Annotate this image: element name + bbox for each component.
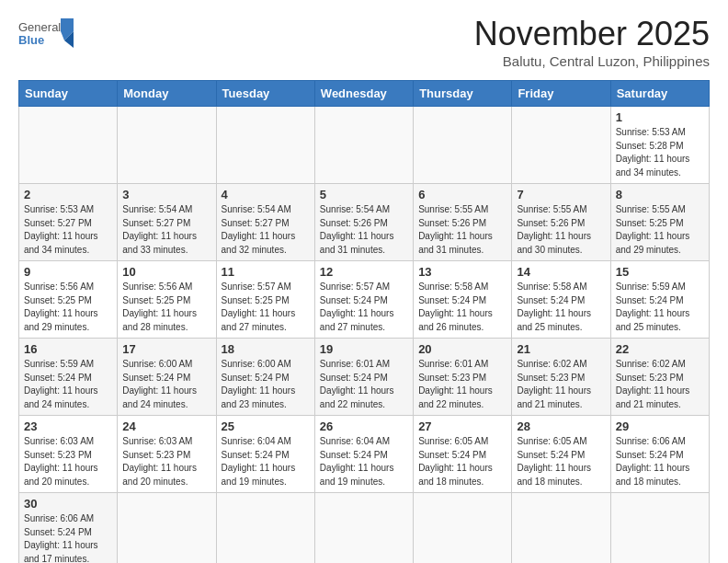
day-info: Sunrise: 6:03 AM Sunset: 5:23 PM Dayligh…	[24, 435, 112, 488]
calendar-cell: 6Sunrise: 5:55 AM Sunset: 5:26 PM Daylig…	[414, 184, 512, 261]
day-number: 2	[24, 188, 112, 201]
calendar-cell: 4Sunrise: 5:54 AM Sunset: 5:27 PM Daylig…	[216, 184, 314, 261]
calendar-week-row: 1Sunrise: 5:53 AM Sunset: 5:28 PM Daylig…	[19, 107, 710, 184]
weekday-header: Sunday	[19, 81, 118, 107]
day-number: 28	[517, 419, 605, 433]
day-number: 21	[517, 342, 605, 356]
calendar-cell: 22Sunrise: 6:02 AM Sunset: 5:23 PM Dayli…	[610, 339, 709, 416]
day-number: 8	[616, 188, 704, 201]
day-info: Sunrise: 5:55 AM Sunset: 5:25 PM Dayligh…	[616, 203, 704, 257]
calendar-cell: 14Sunrise: 5:58 AM Sunset: 5:24 PM Dayli…	[512, 261, 610, 339]
day-number: 10	[122, 265, 210, 279]
calendar-cell: 17Sunrise: 6:00 AM Sunset: 5:24 PM Dayli…	[118, 339, 216, 416]
day-info: Sunrise: 6:01 AM Sunset: 5:24 PM Dayligh…	[320, 358, 408, 411]
calendar-cell	[118, 107, 216, 184]
day-info: Sunrise: 5:56 AM Sunset: 5:25 PM Dayligh…	[122, 281, 210, 334]
day-info: Sunrise: 5:57 AM Sunset: 5:24 PM Dayligh…	[320, 281, 408, 334]
calendar-week-row: 30Sunrise: 6:06 AM Sunset: 5:24 PM Dayli…	[19, 493, 710, 564]
day-info: Sunrise: 6:05 AM Sunset: 5:24 PM Dayligh…	[517, 435, 605, 488]
day-info: Sunrise: 6:01 AM Sunset: 5:23 PM Dayligh…	[418, 358, 506, 411]
logo: General Blue	[18, 15, 74, 55]
day-number: 17	[122, 342, 210, 356]
day-number: 12	[320, 265, 408, 279]
calendar-header: SundayMondayTuesdayWednesdayThursdayFrid…	[19, 81, 710, 107]
calendar-cell: 25Sunrise: 6:04 AM Sunset: 5:24 PM Dayli…	[216, 416, 314, 493]
month-title: November 2025	[474, 15, 710, 53]
day-info: Sunrise: 6:06 AM Sunset: 5:24 PM Dayligh…	[616, 435, 704, 488]
day-number: 30	[24, 497, 112, 511]
day-number: 29	[616, 419, 704, 433]
day-number: 24	[122, 419, 210, 433]
day-number: 26	[320, 419, 408, 433]
calendar-cell: 11Sunrise: 5:57 AM Sunset: 5:25 PM Dayli…	[216, 261, 314, 339]
calendar-cell: 15Sunrise: 5:59 AM Sunset: 5:24 PM Dayli…	[610, 261, 709, 339]
calendar-body: 1Sunrise: 5:53 AM Sunset: 5:28 PM Daylig…	[19, 107, 710, 564]
calendar-cell: 26Sunrise: 6:04 AM Sunset: 5:24 PM Dayli…	[314, 416, 413, 493]
calendar-cell: 10Sunrise: 5:56 AM Sunset: 5:25 PM Dayli…	[118, 261, 216, 339]
day-info: Sunrise: 6:03 AM Sunset: 5:23 PM Dayligh…	[122, 435, 210, 488]
weekday-header: Friday	[512, 81, 610, 107]
logo-svg: General Blue	[18, 15, 74, 55]
day-number: 13	[418, 265, 506, 279]
day-number: 16	[24, 342, 112, 356]
calendar-cell	[512, 107, 610, 184]
page: General Blue November 2025 Balutu, Centr…	[0, 0, 728, 563]
weekday-header: Tuesday	[216, 81, 314, 107]
day-info: Sunrise: 5:54 AM Sunset: 5:27 PM Dayligh…	[122, 203, 210, 257]
day-number: 11	[222, 265, 310, 279]
calendar-cell: 28Sunrise: 6:05 AM Sunset: 5:24 PM Dayli…	[512, 416, 610, 493]
weekday-header: Thursday	[414, 81, 512, 107]
weekday-row: SundayMondayTuesdayWednesdayThursdayFrid…	[19, 81, 710, 107]
calendar-cell	[118, 493, 216, 564]
calendar-cell: 18Sunrise: 6:00 AM Sunset: 5:24 PM Dayli…	[216, 339, 314, 416]
day-info: Sunrise: 6:02 AM Sunset: 5:23 PM Dayligh…	[517, 358, 605, 411]
calendar-cell	[216, 493, 314, 564]
calendar-cell: 16Sunrise: 5:59 AM Sunset: 5:24 PM Dayli…	[19, 339, 118, 416]
day-number: 14	[517, 265, 605, 279]
calendar-cell	[414, 107, 512, 184]
calendar-cell: 30Sunrise: 6:06 AM Sunset: 5:24 PM Dayli…	[19, 493, 118, 564]
day-info: Sunrise: 5:54 AM Sunset: 5:26 PM Dayligh…	[320, 203, 408, 257]
day-number: 7	[517, 188, 605, 201]
calendar-cell: 3Sunrise: 5:54 AM Sunset: 5:27 PM Daylig…	[118, 184, 216, 261]
calendar-cell	[314, 107, 413, 184]
calendar-week-row: 23Sunrise: 6:03 AM Sunset: 5:23 PM Dayli…	[19, 416, 710, 493]
calendar-cell: 7Sunrise: 5:55 AM Sunset: 5:26 PM Daylig…	[512, 184, 610, 261]
day-info: Sunrise: 5:55 AM Sunset: 5:26 PM Dayligh…	[418, 203, 506, 257]
calendar-cell: 5Sunrise: 5:54 AM Sunset: 5:26 PM Daylig…	[314, 184, 413, 261]
day-info: Sunrise: 5:59 AM Sunset: 5:24 PM Dayligh…	[616, 281, 704, 334]
day-info: Sunrise: 5:56 AM Sunset: 5:25 PM Dayligh…	[24, 281, 112, 334]
calendar-cell	[216, 107, 314, 184]
calendar-cell	[512, 493, 610, 564]
day-number: 18	[222, 342, 310, 356]
calendar-cell: 20Sunrise: 6:01 AM Sunset: 5:23 PM Dayli…	[414, 339, 512, 416]
calendar-cell: 23Sunrise: 6:03 AM Sunset: 5:23 PM Dayli…	[19, 416, 118, 493]
day-info: Sunrise: 5:53 AM Sunset: 5:27 PM Dayligh…	[24, 203, 112, 257]
calendar-cell: 2Sunrise: 5:53 AM Sunset: 5:27 PM Daylig…	[19, 184, 118, 261]
location: Balutu, Central Luzon, Philippines	[474, 53, 710, 69]
title-block: November 2025 Balutu, Central Luzon, Phi…	[474, 15, 710, 69]
svg-text:General: General	[18, 20, 61, 34]
day-info: Sunrise: 5:54 AM Sunset: 5:27 PM Dayligh…	[222, 203, 310, 257]
day-info: Sunrise: 6:04 AM Sunset: 5:24 PM Dayligh…	[320, 435, 408, 488]
calendar-week-row: 9Sunrise: 5:56 AM Sunset: 5:25 PM Daylig…	[19, 261, 710, 339]
day-number: 19	[320, 342, 408, 356]
calendar-cell: 8Sunrise: 5:55 AM Sunset: 5:25 PM Daylig…	[610, 184, 709, 261]
calendar-cell: 9Sunrise: 5:56 AM Sunset: 5:25 PM Daylig…	[19, 261, 118, 339]
calendar-cell: 21Sunrise: 6:02 AM Sunset: 5:23 PM Dayli…	[512, 339, 610, 416]
calendar-week-row: 16Sunrise: 5:59 AM Sunset: 5:24 PM Dayli…	[19, 339, 710, 416]
day-info: Sunrise: 5:59 AM Sunset: 5:24 PM Dayligh…	[24, 358, 112, 411]
day-info: Sunrise: 5:53 AM Sunset: 5:28 PM Dayligh…	[616, 126, 704, 179]
weekday-header: Saturday	[610, 81, 709, 107]
calendar-table: SundayMondayTuesdayWednesdayThursdayFrid…	[18, 80, 710, 563]
calendar-cell: 19Sunrise: 6:01 AM Sunset: 5:24 PM Dayli…	[314, 339, 413, 416]
calendar-cell: 27Sunrise: 6:05 AM Sunset: 5:24 PM Dayli…	[414, 416, 512, 493]
day-number: 6	[418, 188, 506, 201]
calendar-cell	[19, 107, 118, 184]
day-number: 4	[222, 188, 310, 201]
day-info: Sunrise: 5:58 AM Sunset: 5:24 PM Dayligh…	[517, 281, 605, 334]
calendar-week-row: 2Sunrise: 5:53 AM Sunset: 5:27 PM Daylig…	[19, 184, 710, 261]
calendar-cell	[610, 493, 709, 564]
weekday-header: Monday	[118, 81, 216, 107]
day-info: Sunrise: 6:00 AM Sunset: 5:24 PM Dayligh…	[222, 358, 310, 411]
